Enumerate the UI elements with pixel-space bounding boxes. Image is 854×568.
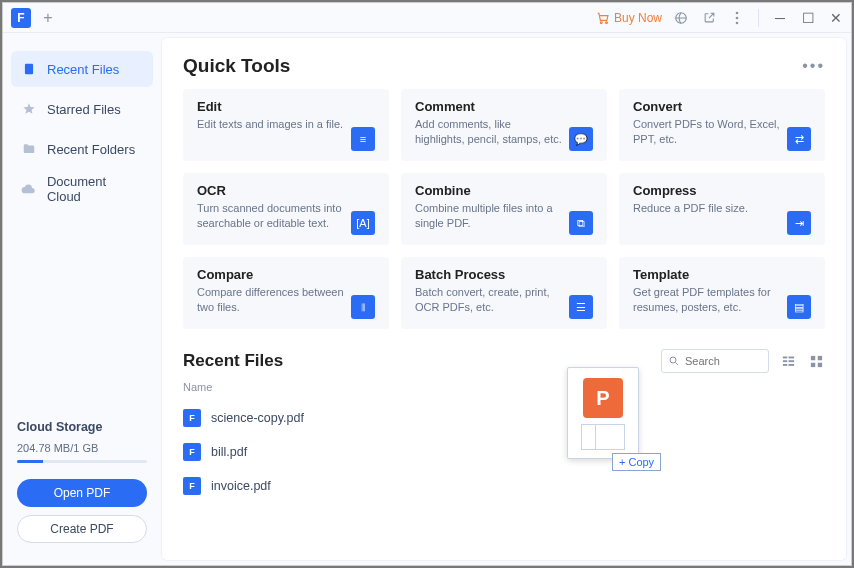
tool-title: Compare: [197, 267, 345, 282]
quick-tools-title: Quick Tools: [183, 55, 290, 77]
tool-title: Template: [633, 267, 781, 282]
svg-point-3: [736, 11, 739, 14]
svg-rect-8: [782, 356, 786, 358]
tool-desc: Convert PDFs to Word, Excel, PPT, etc.: [633, 117, 781, 147]
tool-title: Convert: [633, 99, 781, 114]
grid-view-icon[interactable]: [807, 352, 825, 370]
tool-card-convert[interactable]: ConvertConvert PDFs to Word, Excel, PPT,…: [619, 89, 825, 161]
tool-card-compare[interactable]: CompareCompare differences between two f…: [183, 257, 389, 329]
file-name: invoice.pdf: [211, 479, 271, 493]
svg-rect-17: [817, 362, 821, 366]
svg-rect-14: [810, 355, 814, 359]
svg-point-0: [600, 21, 602, 23]
file-name: science-copy.pdf: [211, 411, 304, 425]
sidebar-item-label: Document Cloud: [47, 174, 143, 204]
open-external-icon[interactable]: [700, 9, 718, 27]
sidebar-item-document-cloud[interactable]: Document Cloud: [11, 171, 153, 207]
pdf-file-icon: F: [183, 477, 201, 495]
create-pdf-button[interactable]: Create PDF: [17, 515, 147, 543]
tool-card-compress[interactable]: CompressReduce a PDF file size.⇥: [619, 173, 825, 245]
svg-point-5: [736, 21, 739, 24]
copy-label: Copy: [628, 456, 654, 468]
list-view-icon[interactable]: [779, 352, 797, 370]
sidebar-item-starred-files[interactable]: Starred Files: [11, 91, 153, 127]
tool-title: Batch Process: [415, 267, 563, 282]
app-logo-icon: F: [11, 8, 31, 28]
tool-title: OCR: [197, 183, 345, 198]
svg-rect-16: [810, 362, 814, 366]
close-button[interactable]: ✕: [827, 9, 845, 27]
tool-icon: ⇄: [787, 127, 811, 151]
cloud-storage-title: Cloud Storage: [17, 420, 147, 434]
svg-rect-13: [788, 364, 794, 366]
tool-card-edit[interactable]: EditEdit texts and images in a file.≡: [183, 89, 389, 161]
svg-rect-12: [782, 364, 786, 366]
tool-card-combine[interactable]: CombineCombine multiple files into a sin…: [401, 173, 607, 245]
file-row[interactable]: Fscience-copy.pdf: [183, 401, 825, 435]
tool-desc: Batch convert, create, print, OCR PDFs, …: [415, 285, 563, 315]
copy-drag-badge: + Copy: [612, 453, 661, 471]
file-icon: [21, 61, 37, 77]
search-icon: [668, 355, 680, 367]
search-input-wrapper[interactable]: [661, 349, 769, 373]
buy-now-link[interactable]: Buy Now: [596, 11, 662, 25]
menu-icon[interactable]: [728, 9, 746, 27]
tool-title: Edit: [197, 99, 345, 114]
tool-desc: Edit texts and images in a file.: [197, 117, 345, 132]
pdf-file-icon: F: [183, 443, 201, 461]
search-input[interactable]: [685, 355, 762, 367]
svg-rect-6: [25, 64, 33, 75]
file-row[interactable]: Fbill.pdf: [183, 435, 825, 469]
tool-title: Comment: [415, 99, 563, 114]
svg-rect-11: [788, 360, 794, 362]
maximize-button[interactable]: ☐: [799, 9, 817, 27]
tool-icon: ▤: [787, 295, 811, 319]
sidebar-item-label: Recent Folders: [47, 142, 135, 157]
tool-card-batch-process[interactable]: Batch ProcessBatch convert, create, prin…: [401, 257, 607, 329]
pdf-file-icon: F: [183, 409, 201, 427]
tool-title: Combine: [415, 183, 563, 198]
buy-now-label: Buy Now: [614, 11, 662, 25]
new-tab-button[interactable]: +: [37, 7, 59, 29]
folder-icon: [21, 141, 37, 157]
open-pdf-button[interactable]: Open PDF: [17, 479, 147, 507]
main-panel: Quick Tools ••• EditEdit texts and image…: [161, 37, 847, 561]
tool-icon: ⧉: [569, 211, 593, 235]
share-icon[interactable]: [672, 9, 690, 27]
sidebar-item-recent-files[interactable]: Recent Files: [11, 51, 153, 87]
tool-icon: ⇥: [787, 211, 811, 235]
cloud-storage-usage: 204.78 MB/1 GB: [17, 442, 147, 454]
tool-icon: [A]: [351, 211, 375, 235]
tool-desc: Add comments, like highlights, pencil, s…: [415, 117, 563, 147]
tool-desc: Get great PDF templates for resumes, pos…: [633, 285, 781, 315]
tool-icon: ☰: [569, 295, 593, 319]
tool-desc: Combine multiple files into a single PDF…: [415, 201, 563, 231]
column-header-name: Name: [183, 381, 825, 393]
tool-card-template[interactable]: TemplateGet great PDF templates for resu…: [619, 257, 825, 329]
tool-desc: Reduce a PDF file size.: [633, 201, 781, 216]
star-icon: [21, 101, 37, 117]
recent-files-title: Recent Files: [183, 351, 283, 371]
sidebar: Recent Files Starred Files Recent Folder…: [3, 33, 161, 565]
sidebar-item-label: Recent Files: [47, 62, 119, 77]
titlebar: F + Buy Now ─ ☐ ✕: [3, 3, 851, 33]
svg-rect-10: [782, 360, 786, 362]
tool-desc: Compare differences between two files.: [197, 285, 345, 315]
tool-card-comment[interactable]: CommentAdd comments, like highlights, pe…: [401, 89, 607, 161]
svg-rect-15: [817, 355, 821, 359]
cloud-icon: [21, 181, 37, 197]
svg-point-1: [606, 21, 608, 23]
sidebar-item-recent-folders[interactable]: Recent Folders: [11, 131, 153, 167]
tool-title: Compress: [633, 183, 781, 198]
tool-icon: ≡: [351, 127, 375, 151]
storage-progress-bar: [17, 460, 147, 463]
tool-icon: 💬: [569, 127, 593, 151]
tool-card-ocr[interactable]: OCRTurn scanned documents into searchabl…: [183, 173, 389, 245]
tool-desc: Turn scanned documents into searchable o…: [197, 201, 345, 231]
file-row[interactable]: Finvoice.pdf: [183, 469, 825, 503]
plus-icon: +: [619, 456, 625, 468]
quick-tools-more-icon[interactable]: •••: [802, 57, 825, 75]
minimize-button[interactable]: ─: [771, 9, 789, 27]
sidebar-item-label: Starred Files: [47, 102, 121, 117]
drag-preview-thumbnail: P: [567, 367, 639, 459]
